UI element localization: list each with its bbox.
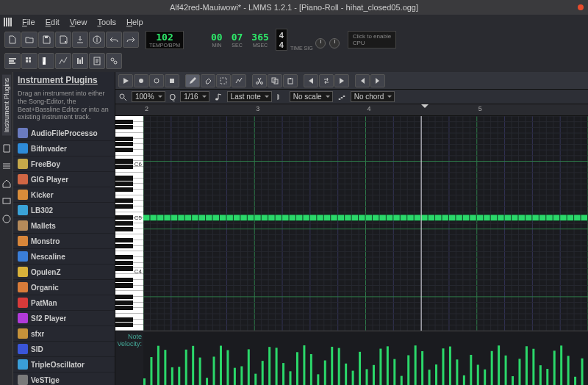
plugin-item[interactable]: PatMan [13,295,115,311]
whatsthis-button[interactable]: i [89,32,105,48]
menu-file[interactable]: File [18,16,40,28]
projects-tab-icon[interactable] [1,214,12,224]
svg-rect-233 [199,358,201,385]
redo-button[interactable] [123,32,139,48]
timeline-next-button[interactable] [334,74,349,87]
fx-mixer-button[interactable] [72,53,88,69]
record-accomp-button[interactable] [149,74,164,87]
menu-tools[interactable]: Tools [93,16,121,28]
plugin-label: Monstro [31,237,60,245]
master-volume-knob[interactable] [314,31,327,48]
timesig-label: TIME SIG [290,46,313,51]
plugin-item[interactable]: Monstro [13,234,115,249]
svg-rect-229 [171,367,173,385]
plugin-item[interactable]: TripleOscillator [13,357,115,373]
select-tool-button[interactable] [216,74,231,87]
saveas-button[interactable] [55,32,71,48]
plugin-item[interactable]: sfxr [13,326,115,342]
svg-rect-162 [157,215,163,220]
save-button[interactable] [38,32,54,48]
new-button[interactable] [4,32,21,48]
svg-rect-265 [421,351,423,385]
samples-tab-icon[interactable] [1,143,12,154]
tab-instrument-plugins[interactable]: Instrument Plugins [2,75,11,136]
svg-rect-165 [178,215,184,220]
svg-rect-185 [317,215,323,220]
piano-keyboard[interactable]: C4C5C6 [115,116,143,331]
copy-button[interactable] [268,74,282,87]
piano-roll-button[interactable] [38,53,54,69]
svg-rect-269 [449,347,451,385]
automation-button[interactable] [55,53,71,69]
draw-tool-button[interactable] [185,74,200,87]
plugin-item[interactable]: Kicker [13,187,115,203]
svg-rect-10 [26,57,28,60]
timesig-lcd[interactable]: 44 [276,29,287,51]
svg-rect-200 [421,215,427,220]
erase-tool-button[interactable] [201,74,215,87]
computer-tab-icon[interactable] [1,196,12,206]
project-notes-button[interactable] [89,53,105,69]
master-pitch-knob[interactable] [328,31,341,48]
zoom-back-button[interactable] [355,74,370,87]
open-button[interactable] [21,32,37,48]
svg-rect-219 [553,215,559,220]
plugin-item[interactable]: AudioFileProcesso [13,126,115,141]
cut-button[interactable] [252,74,267,87]
plugin-item[interactable]: Sf2 Player [13,311,115,326]
plugin-item[interactable]: OpulenZ [13,265,115,280]
plugin-item[interactable]: GIG Player [13,172,115,187]
plugin-icon [18,298,28,308]
bb-editor-button[interactable] [21,53,37,69]
notelen-combo[interactable]: Last note [227,91,272,102]
stop-button[interactable] [165,74,179,87]
quantize-combo[interactable]: 1/16 [180,91,209,102]
note-grid[interactable] [143,116,588,331]
home-tab-icon[interactable] [1,179,12,189]
zoom-fwd-button[interactable] [370,74,385,87]
plugin-item[interactable]: SID [13,342,115,357]
zoom-combo[interactable]: 100% [132,91,165,102]
menu-edit[interactable]: Edit [41,16,64,28]
plugin-item[interactable]: BitInvader [13,141,115,156]
svg-rect-213 [512,215,517,220]
tempo-lcd[interactable]: 102TEMPO/BPM [146,31,184,49]
export-button[interactable] [72,32,88,48]
plugin-item[interactable]: LB302 [13,203,115,218]
controller-rack-button[interactable] [106,53,122,69]
menu-view[interactable]: View [65,16,92,28]
plugin-icon [18,344,28,354]
plugin-item[interactable]: Organic [13,280,115,295]
timeline-loop-button[interactable] [319,74,334,87]
timeline-ruler[interactable]: 2345 [143,104,588,116]
plugin-label: TripleOscillator [31,361,85,369]
plugin-item[interactable]: FreeBoy [13,156,115,172]
undo-button[interactable] [106,32,122,48]
chord-combo[interactable]: No chord [351,91,395,102]
menu-help[interactable]: Help [122,16,148,28]
svg-rect-187 [331,215,337,220]
record-button[interactable] [134,74,148,87]
svg-rect-209 [484,215,490,220]
scale-combo[interactable]: No scale [290,91,333,102]
velocity-area[interactable] [143,331,588,385]
song-editor-button[interactable] [4,53,21,69]
presets-tab-icon[interactable] [1,161,12,171]
svg-rect-281 [532,349,534,385]
svg-rect-254 [345,364,347,385]
cpu-meter[interactable]: Click to enable CPU [348,31,396,48]
plugin-label: AudioFileProcesso [31,129,98,137]
plugin-icon [18,328,28,339]
plugin-item[interactable]: VeSTige [13,373,115,385]
close-icon[interactable] [578,4,584,10]
plugin-item[interactable]: Mallets [13,218,115,234]
paste-button[interactable] [283,74,298,87]
svg-rect-230 [178,367,180,385]
svg-point-21 [111,58,114,61]
plugin-icon [18,205,28,215]
play-button[interactable] [118,74,133,87]
detune-tool-button[interactable] [232,74,246,87]
timeline-prev-button[interactable] [304,74,318,87]
svg-text:i: i [96,35,98,43]
plugin-item[interactable]: Nescaline [13,249,115,265]
